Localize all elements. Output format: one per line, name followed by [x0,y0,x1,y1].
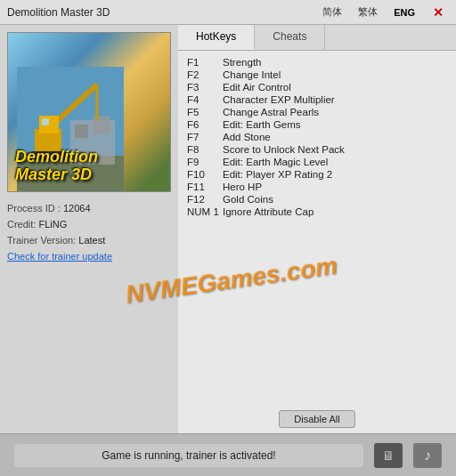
hotkey-row: F3Edit Air Control [187,81,447,93]
hotkey-row: F9Edit: Earth Magic Level [187,156,447,168]
hotkey-key: F9 [187,157,223,167]
process-label: Process ID : [7,203,61,214]
music-icon[interactable]: ♪ [413,443,442,468]
hotkey-row: F10Edit: Player XP Rating 2 [187,168,447,181]
hotkey-desc: Add Stone [223,132,447,142]
hotkey-row: F2Change Intel [187,69,447,81]
hotkey-desc: Strength [223,57,447,68]
game-title-text: DemolitionMaster 3D [15,149,163,184]
hotkey-key: F2 [187,69,223,80]
status-message: Game is running, trainer is activated! [14,444,363,467]
process-id-row: Process ID : 12064 [7,203,171,214]
svg-rect-3 [75,125,88,138]
hotkey-row: F7Add Stone [187,131,447,143]
hotkey-key: F11 [187,182,223,192]
main-content: DemolitionMaster 3D Process ID : 12064 C… [0,25,456,433]
trainer-version-row: Trainer Version: Latest [7,235,171,246]
hotkeys-list: F1StrengthF2Change IntelF3Edit Air Contr… [178,51,456,407]
trainer-value: Latest [78,235,105,246]
hotkey-key: F12 [187,194,223,205]
hotkey-desc: Character EXP Multiplier [223,94,447,105]
hotkey-row: F4Character EXP Multiplier [187,93,447,106]
hotkey-desc: Edit Air Control [223,82,447,93]
trainer-label: Trainer Version: [7,235,76,246]
hotkey-row: F12Gold Coins [187,193,447,206]
tab-hotkeys[interactable]: HotKeys [178,25,255,50]
game-title-overlay: DemolitionMaster 3D [15,149,163,184]
credit-row: Credit: FLiNG [7,219,171,230]
hotkey-key: F10 [187,169,223,180]
hotkey-row: F8Score to Unlock Next Pack [187,143,447,156]
hotkey-key: F7 [187,132,223,142]
hotkey-desc: Gold Coins [223,194,447,205]
close-button[interactable]: ✕ [428,4,449,21]
hotkey-desc: Score to Unlock Next Pack [223,144,447,155]
hotkey-key: F3 [187,82,223,93]
language-selector: 简体 繁体 ENG ✕ [319,4,449,21]
process-value: 12064 [63,203,91,214]
hotkey-desc: Hero HP [223,182,447,192]
lang-traditional[interactable]: 繁体 [354,4,381,20]
hotkey-key: F4 [187,94,223,105]
svg-rect-4 [93,116,110,133]
info-panel: Process ID : 12064 Credit: FLiNG Trainer… [7,199,171,265]
hotkey-row: F1Strength [187,56,447,69]
lang-english[interactable]: ENG [390,5,419,20]
hotkey-desc: Edit: Player XP Rating 2 [223,169,447,180]
hotkey-row: F6Edit: Earth Gems [187,118,447,131]
tab-bar: HotKeys Cheats [178,25,456,51]
hotkey-desc: Change Astral Pearls [223,107,447,117]
hotkey-row: NUM 1Ignore Attribute Cap [187,206,447,218]
left-panel: DemolitionMaster 3D Process ID : 12064 C… [0,25,178,433]
svg-rect-10 [42,118,49,125]
hotkey-desc: Change Intel [223,69,447,80]
game-image: DemolitionMaster 3D [7,32,171,192]
lang-simplified[interactable]: 简体 [319,4,346,20]
hotkey-key: F6 [187,119,223,130]
hotkey-key: F5 [187,107,223,117]
hotkey-key: F8 [187,144,223,155]
hotkey-key: NUM 1 [187,206,223,217]
hotkey-key: F1 [187,57,223,68]
hotkey-desc: Edit: Earth Gems [223,119,447,130]
window-title: Demolition Master 3D [7,6,319,19]
status-bar: Game is running, trainer is activated! 🖥… [0,433,456,476]
disable-all-button[interactable]: Disable All [279,410,354,428]
hotkey-desc: Ignore Attribute Cap [223,206,447,217]
hotkey-row: F11Hero HP [187,181,447,193]
title-bar: Demolition Master 3D 简体 繁体 ENG ✕ [0,0,456,25]
credit-value: FLiNG [38,219,67,230]
update-link[interactable]: Check for trainer update [7,251,171,262]
tab-cheats[interactable]: Cheats [255,25,325,50]
hotkey-row: F5Change Astral Pearls [187,106,447,118]
monitor-icon[interactable]: 🖥 [374,443,403,468]
right-panel: HotKeys Cheats F1StrengthF2Change IntelF… [178,25,456,433]
credit-label: Credit: [7,219,36,230]
hotkey-desc: Edit: Earth Magic Level [223,157,447,167]
